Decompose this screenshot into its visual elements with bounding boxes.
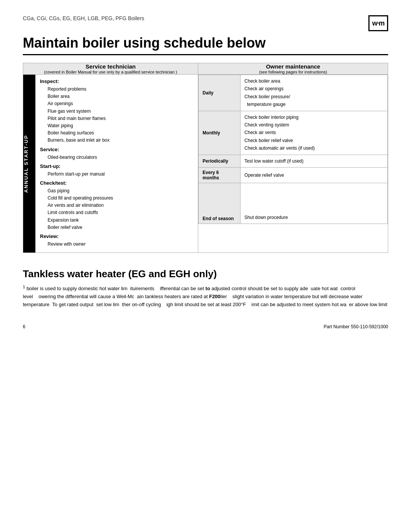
inspect-list: Reported problems Boiler area Air openin… bbox=[40, 86, 193, 144]
review-title: Review: bbox=[40, 233, 193, 239]
list-item: Air openings bbox=[48, 100, 193, 107]
service-subheading: (covered in Boiler Manual for use only b… bbox=[23, 70, 198, 74]
every-6-months-row: Every 6 months Operate relief valve bbox=[199, 167, 388, 183]
monthly-label: Monthly bbox=[199, 111, 241, 155]
list-item: Pilot and main burner flames bbox=[48, 115, 193, 122]
daily-row: Daily Check boiler area Check air openin… bbox=[199, 75, 388, 111]
wm-logo: w·m bbox=[368, 15, 388, 31]
list-item: Reported problems bbox=[48, 86, 193, 93]
owner-heading: Owner maintenance bbox=[198, 63, 388, 70]
end-of-season-label: End of season bbox=[199, 183, 241, 224]
list-item: Burners, base and inlet air box bbox=[48, 137, 193, 144]
boiler-models-subtitle: CGa, CGi, CGs, EG, EGH, LGB, PEG, PFG Bo… bbox=[23, 15, 144, 21]
checktest-title: Check/test: bbox=[40, 180, 193, 186]
list-item: Water piping bbox=[48, 122, 193, 129]
service-col-body: Annual Start-Up Inspect: Reported proble… bbox=[23, 75, 198, 253]
list-item: Gas piping bbox=[48, 187, 193, 195]
service-list: Oiled-bearing circulators bbox=[40, 154, 193, 161]
list-item: Limit controls and cutoffs bbox=[48, 209, 193, 216]
inspect-title: Inspect: bbox=[40, 78, 193, 84]
owner-col-body: Daily Check boiler area Check air openin… bbox=[198, 75, 388, 253]
tankless-heading: Tankless water heater (EG and EGH only) bbox=[23, 268, 388, 280]
every-6-months-items: Operate relief valve bbox=[241, 167, 388, 183]
periodically-label: Periodically bbox=[199, 155, 241, 167]
tankless-body: 1 boiler is used to supply domestic hot … bbox=[23, 284, 388, 309]
list-item: Boiler heating surfaces bbox=[48, 129, 193, 137]
list-item: Review with owner bbox=[48, 241, 193, 248]
startup-list: Perform start-up per manual bbox=[40, 171, 193, 178]
monthly-row: Monthly Check boiler interior piping Che… bbox=[199, 111, 388, 155]
page-header: CGa, CGi, CGs, EG, EGH, LGB, PEG, PFG Bo… bbox=[23, 15, 388, 31]
review-list: Review with owner bbox=[40, 241, 193, 248]
list-item: Flue gas vent system bbox=[48, 108, 193, 115]
periodically-items: Test low water cutoff (if used) bbox=[241, 155, 388, 167]
list-item: Cold fill and operating pressures bbox=[48, 195, 193, 202]
service-items-content: Inspect: Reported problems Boiler area A… bbox=[35, 75, 198, 252]
daily-items: Check boiler area Check air openings Che… bbox=[241, 75, 388, 111]
startup-title: Start-up: bbox=[40, 163, 193, 169]
monthly-items: Check boiler interior piping Check venti… bbox=[241, 111, 388, 155]
service-col-header: Service technician (covered in Boiler Ma… bbox=[23, 63, 198, 75]
checktest-list: Gas piping Cold fill and operating press… bbox=[40, 187, 193, 231]
list-item: Perform start-up per manual bbox=[48, 171, 193, 178]
owner-subheading: (see following pages for instructions) bbox=[198, 70, 388, 74]
end-of-season-items: Shut down procedure bbox=[241, 183, 388, 224]
list-item: Air vents and air elimination bbox=[48, 202, 193, 209]
list-item: Boiler relief valve bbox=[48, 224, 193, 231]
annual-startup-label: Annual Start-Up bbox=[23, 75, 35, 252]
maintenance-schedule-table: Service technician (covered in Boiler Ma… bbox=[23, 63, 388, 253]
service-heading: Service technician bbox=[23, 63, 198, 70]
list-item: Boiler area bbox=[48, 93, 193, 100]
part-number: Part Number 550-110-592/1000 bbox=[324, 324, 388, 329]
list-item: Expansion tank bbox=[48, 217, 193, 224]
annual-startup-section: Annual Start-Up Inspect: Reported proble… bbox=[23, 75, 198, 252]
owner-periods-table: Daily Check boiler area Check air openin… bbox=[198, 75, 388, 224]
daily-label: Daily bbox=[199, 75, 241, 111]
list-item: Oiled-bearing circulators bbox=[48, 154, 193, 161]
owner-col-header: Owner maintenance (see following pages f… bbox=[198, 63, 388, 75]
page-title: Maintain boiler using schedule below bbox=[23, 35, 388, 55]
page-number: 6 bbox=[23, 324, 25, 329]
tankless-section: Tankless water heater (EG and EGH only) … bbox=[23, 268, 388, 309]
every-6-months-label: Every 6 months bbox=[199, 167, 241, 183]
page-footer: 6 Part Number 550-110-592/1000 bbox=[23, 324, 388, 329]
end-of-season-row: End of season Shut down procedure bbox=[199, 183, 388, 224]
periodically-row: Periodically Test low water cutoff (if u… bbox=[199, 155, 388, 167]
service-title: Service: bbox=[40, 147, 193, 152]
